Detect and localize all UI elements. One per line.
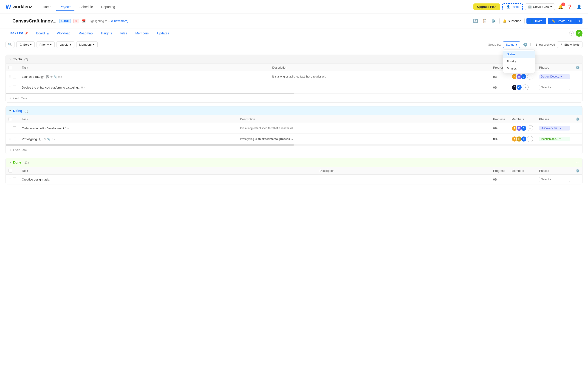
- service-button[interactable]: 🏢 Service 365 ▾: [525, 3, 555, 10]
- row5-task-name[interactable]: Creative design task...: [22, 178, 52, 181]
- row2-checkbox[interactable]: [13, 85, 16, 89]
- select-all-done-checkbox[interactable]: [9, 169, 12, 173]
- add-member-button[interactable]: +: [527, 125, 533, 131]
- row4-task-count: 0 »: [52, 138, 55, 141]
- row5-checkbox[interactable]: [13, 177, 16, 181]
- tab-board[interactable]: Board ⊞: [33, 29, 52, 38]
- nav-schedule[interactable]: Schedule: [76, 3, 96, 10]
- select-all-doing-checkbox[interactable]: [9, 117, 12, 121]
- sort-button[interactable]: ⇅ Sort ▾: [16, 41, 35, 48]
- group-by-select-button[interactable]: Status ▾: [503, 41, 520, 48]
- group-by-chevron-icon: ▾: [516, 43, 517, 46]
- row1-task-icons: 💬 👁 📎 0 »: [46, 75, 62, 78]
- copy-button[interactable]: 📋: [481, 17, 488, 25]
- labels-button[interactable]: Labels ▾: [57, 41, 74, 48]
- select-all-todo-checkbox[interactable]: [9, 66, 12, 69]
- row2-task-name[interactable]: Deploy the enhanced platform to a stagin…: [22, 86, 80, 89]
- upgrade-plan-button[interactable]: Upgrade Plan: [473, 3, 500, 10]
- doing-add-task-row[interactable]: + + Add Task: [6, 146, 582, 154]
- group-done-more-button[interactable]: ···: [576, 160, 579, 165]
- row1-phase-badge[interactable]: Design Devel... ▾: [539, 74, 570, 79]
- create-task-dropdown-button[interactable]: ▾: [576, 18, 582, 24]
- create-task-button[interactable]: ✏️ Create Task: [548, 18, 576, 24]
- th-check: [6, 64, 19, 71]
- row2-phases-cell: Select ▾: [536, 82, 573, 93]
- dropdown-item-priority[interactable]: Priority: [503, 58, 535, 65]
- help-button[interactable]: ❓: [566, 3, 573, 10]
- table-row: ⠿ Prototyping 💬 👁 📎 0 »: [6, 134, 582, 144]
- nav-home[interactable]: Home: [40, 3, 54, 10]
- group-done-toggle[interactable]: ▾: [9, 161, 11, 164]
- row2-phase-select[interactable]: Select ▾: [539, 85, 570, 90]
- nav-reporting[interactable]: Reporting: [98, 3, 118, 10]
- th-description-doing: Description: [237, 115, 490, 123]
- invite-button[interactable]: 👤 Invite: [502, 3, 523, 10]
- close-tag[interactable]: ✕: [73, 19, 79, 23]
- group-doing-toggle[interactable]: ▾: [9, 109, 11, 112]
- current-user-avatar[interactable]: C: [576, 30, 582, 37]
- show-archived-checkbox[interactable]: [530, 43, 534, 46]
- row2-task-cell: Deploy the enhanced platform to a stagin…: [19, 82, 269, 93]
- profile-button[interactable]: 👤: [576, 3, 582, 10]
- group-done-header: ▾ Done (13) ···: [6, 158, 582, 167]
- row3-task-name[interactable]: Collaboration with Development: [22, 127, 64, 130]
- row4-check-cell: ⠿: [6, 134, 19, 144]
- group-by-settings-button[interactable]: ⚙️: [522, 42, 528, 48]
- dropdown-item-status[interactable]: Status: [503, 51, 535, 58]
- tab-roadmap[interactable]: Roadmap: [75, 29, 96, 38]
- group-todo-count: (2): [24, 58, 28, 61]
- tab-members[interactable]: Members: [132, 29, 152, 38]
- show-fields-button[interactable]: ⋮ Show fields: [557, 41, 582, 48]
- row3-checkbox[interactable]: [13, 126, 16, 130]
- todo-add-task-row[interactable]: + + Add Task: [6, 94, 582, 102]
- row4-description: Prototyping is an experimental process .…: [240, 137, 293, 141]
- project-header: ← CanvasCraft Innov... UX/UI ✕ 📅 Highlig…: [0, 14, 588, 28]
- tab-workload[interactable]: Workload: [53, 29, 74, 38]
- plus-icon: +: [9, 97, 11, 100]
- row4-checkbox[interactable]: [13, 137, 16, 141]
- row3-phase-badge[interactable]: Discovery an... ▾: [539, 126, 570, 131]
- row2-desc-cell: [269, 82, 490, 93]
- group-todo-toggle[interactable]: ▾: [9, 58, 11, 61]
- members-button[interactable]: Members ▾: [76, 41, 98, 48]
- logo[interactable]: W worklenz: [6, 3, 32, 10]
- drag-handle-icon: ⠿: [9, 177, 12, 181]
- eye-icon: 👁: [50, 75, 53, 78]
- refresh-button[interactable]: 🔄: [472, 17, 479, 25]
- project-invite-button[interactable]: 👤 Invite: [527, 18, 546, 24]
- subscribe-button[interactable]: 🔔 Subscribe: [499, 18, 525, 24]
- row5-phase-select[interactable]: Select ▾: [539, 177, 570, 182]
- group-todo-more-button[interactable]: ···: [576, 57, 579, 61]
- group-todo-header: ▾ To Do (2) ···: [6, 55, 582, 64]
- tab-insights[interactable]: Insights: [97, 29, 115, 38]
- group-done-title: Done: [13, 161, 21, 164]
- row3-progress: 0%: [493, 127, 498, 130]
- add-member-button[interactable]: +: [527, 74, 533, 80]
- back-button[interactable]: ←: [6, 19, 10, 23]
- nav-projects[interactable]: Projects: [56, 3, 74, 10]
- add-member-button[interactable]: +: [523, 84, 528, 90]
- add-member-button[interactable]: +: [527, 136, 533, 142]
- select-chevron-icon: ▾: [550, 178, 551, 181]
- help-circle-icon[interactable]: ?: [569, 31, 574, 35]
- group-doing-more-button[interactable]: ···: [576, 109, 579, 113]
- row1-checkbox[interactable]: [13, 75, 16, 78]
- row3-description: It is a long established fact that a rea…: [240, 127, 295, 130]
- settings-button[interactable]: ⚙️: [490, 17, 498, 25]
- group-todo: ▾ To Do (2) ··· Task Description Progres…: [6, 55, 582, 102]
- row4-task-name[interactable]: Prototyping: [22, 137, 37, 141]
- show-more-link[interactable]: (Show more): [111, 19, 128, 23]
- search-button[interactable]: 🔍: [6, 41, 15, 48]
- tab-updates[interactable]: Updates: [153, 29, 173, 38]
- attachment-icon: 📎: [47, 138, 51, 141]
- priority-button[interactable]: Priority ▾: [36, 41, 55, 48]
- show-archived-label[interactable]: Show archived: [530, 43, 555, 46]
- row1-task-name[interactable]: Launch Strategy: [22, 75, 44, 78]
- row4-phase-badge[interactable]: Ideation and... ▾: [539, 137, 570, 141]
- project-meta: Highlighting th... (Show more): [88, 19, 128, 23]
- group-doing-title: Doing: [13, 109, 22, 113]
- notifications-button[interactable]: 🔔 1: [557, 3, 564, 10]
- tab-task-list[interactable]: Task List 📌: [6, 28, 32, 38]
- dropdown-item-phases[interactable]: Phases: [503, 65, 535, 72]
- tab-files[interactable]: Files: [117, 29, 131, 38]
